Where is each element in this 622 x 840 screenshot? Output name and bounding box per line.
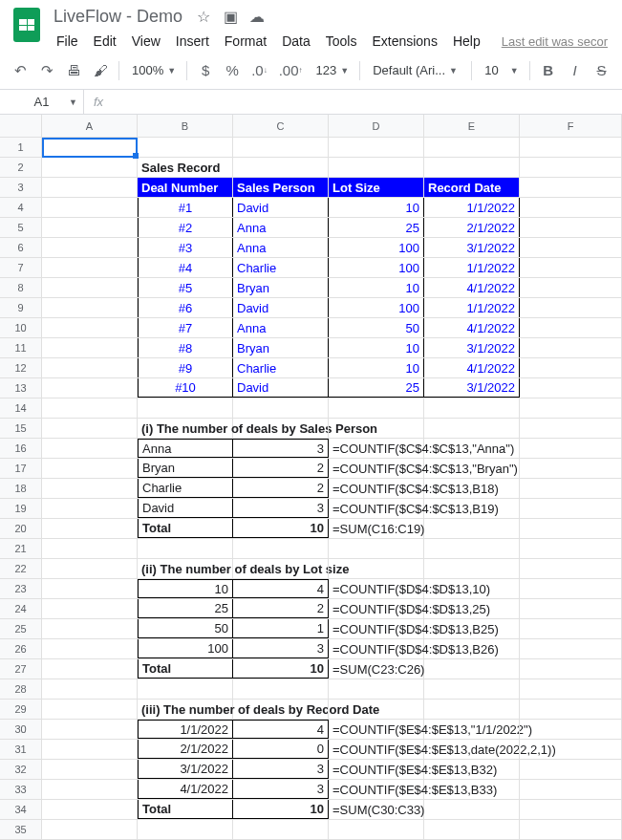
col-header-A[interactable]: A [42, 115, 138, 137]
cell-C27[interactable]: 10 [233, 659, 329, 678]
row-header-3[interactable]: 3 [0, 178, 42, 197]
cell-B21[interactable] [138, 539, 233, 558]
cell-E6[interactable]: 3/1/2022 [424, 238, 520, 257]
col-header-D[interactable]: D [329, 115, 424, 137]
cell-F2[interactable] [520, 158, 622, 177]
currency-button[interactable]: $ [195, 57, 216, 84]
cell-C31[interactable]: 0 [233, 740, 329, 759]
cell-F5[interactable] [520, 218, 622, 237]
cell-E5[interactable]: 2/1/2022 [424, 218, 520, 237]
row-header-8[interactable]: 8 [0, 278, 42, 297]
cell-F28[interactable] [520, 679, 622, 699]
format-123-button[interactable]: 123▼ [311, 57, 353, 84]
cell-E32[interactable] [424, 760, 520, 779]
cell-C26[interactable]: 3 [233, 639, 329, 658]
row-header-26[interactable]: 26 [0, 639, 42, 658]
cell-C12[interactable]: Charlie [233, 358, 329, 377]
cell-B16[interactable]: Anna [138, 439, 233, 458]
cell-F26[interactable] [520, 639, 622, 658]
cell-C20[interactable]: 10 [233, 519, 329, 538]
row-header-6[interactable]: 6 [0, 238, 42, 257]
row-header-25[interactable]: 25 [0, 619, 42, 638]
cell-E25[interactable] [424, 619, 520, 638]
cell-D1[interactable] [329, 138, 424, 157]
cell-A14[interactable] [42, 398, 138, 418]
cell-C16[interactable]: 3 [233, 439, 329, 458]
cell-E16[interactable] [424, 439, 520, 458]
cell-B19[interactable]: David [138, 499, 233, 518]
cell-F25[interactable] [520, 619, 622, 638]
col-header-C[interactable]: C [233, 115, 329, 137]
row-header-34[interactable]: 34 [0, 800, 42, 819]
row-header-11[interactable]: 11 [0, 338, 42, 357]
row-header-30[interactable]: 30 [0, 720, 42, 739]
cell-F16[interactable] [520, 439, 622, 458]
row-header-28[interactable]: 28 [0, 679, 42, 699]
cell-C4[interactable]: David [233, 198, 329, 217]
font-size-select[interactable]: 10▼ [480, 57, 521, 84]
zoom-select[interactable]: 100%▼ [127, 57, 179, 84]
cell-E30[interactable] [424, 720, 520, 739]
cell-B1[interactable] [138, 138, 233, 157]
row-header-5[interactable]: 5 [0, 218, 42, 237]
menu-format[interactable]: Format [218, 31, 273, 52]
cell-E1[interactable] [424, 138, 520, 157]
cell-F27[interactable] [520, 659, 622, 678]
row-header-12[interactable]: 12 [0, 358, 42, 377]
increase-decimal-button[interactable]: .00↑ [276, 57, 306, 84]
cell-B35[interactable] [138, 820, 233, 839]
cell-B10[interactable]: #7 [138, 318, 233, 337]
cell-C9[interactable]: David [233, 298, 329, 317]
cell-C5[interactable]: Anna [233, 218, 329, 237]
cell-D4[interactable]: 10 [329, 198, 424, 217]
cell-A3[interactable] [42, 178, 138, 197]
cell-D13[interactable]: 25 [329, 378, 424, 398]
cell-F33[interactable] [520, 780, 622, 799]
cell-C30[interactable]: 4 [233, 720, 329, 739]
doc-title[interactable]: LiveFlow - Demo [50, 6, 186, 28]
menu-view[interactable]: View [125, 31, 167, 52]
cell-A15[interactable] [42, 419, 138, 438]
cell-B32[interactable]: 3/1/2022 [138, 760, 233, 779]
row-header-17[interactable]: 17 [0, 459, 42, 478]
row-header-9[interactable]: 9 [0, 298, 42, 317]
cell-A17[interactable] [42, 459, 138, 478]
cell-A20[interactable] [42, 519, 138, 538]
cell-A4[interactable] [42, 198, 138, 217]
cell-D25[interactable]: =COUNTIF($D$4:$D$13,B25) [329, 619, 424, 638]
cell-D21[interactable] [329, 539, 424, 558]
cell-B22[interactable]: (ii) The number of deals by Lot size [138, 559, 233, 578]
cell-F6[interactable] [520, 238, 622, 257]
row-header-13[interactable]: 13 [0, 378, 42, 398]
cell-B29[interactable]: (iii) The number of deals by Record Date [138, 700, 233, 719]
cell-F31[interactable] [520, 740, 622, 759]
cell-D14[interactable] [329, 398, 424, 418]
cell-B11[interactable]: #8 [138, 338, 233, 357]
cell-C8[interactable]: Bryan [233, 278, 329, 297]
cell-E26[interactable] [424, 639, 520, 658]
cell-D23[interactable]: =COUNTIF($D$4:$D$13,10) [329, 579, 424, 598]
cell-C24[interactable]: 2 [233, 599, 329, 618]
cell-A7[interactable] [42, 258, 138, 277]
cell-B12[interactable]: #9 [138, 358, 233, 377]
percent-button[interactable]: % [222, 57, 243, 84]
cell-B30[interactable]: 1/1/2022 [138, 720, 233, 739]
redo-button[interactable]: ↷ [36, 57, 57, 84]
sheets-logo[interactable] [8, 6, 46, 44]
row-header-27[interactable]: 27 [0, 659, 42, 678]
cell-A27[interactable] [42, 659, 138, 678]
col-header-B[interactable]: B [138, 115, 233, 137]
cell-A8[interactable] [42, 278, 138, 297]
cell-A28[interactable] [42, 679, 138, 699]
row-header-23[interactable]: 23 [0, 579, 42, 598]
col-header-E[interactable]: E [424, 115, 520, 137]
star-icon[interactable]: ☆ [194, 8, 213, 26]
menu-edit[interactable]: Edit [87, 31, 123, 52]
cell-D18[interactable]: =COUNTIF($C$4:$C$13,B18) [329, 479, 424, 498]
cell-B17[interactable]: Bryan [138, 459, 233, 478]
cell-F29[interactable] [520, 700, 622, 719]
cell-B3[interactable]: Deal Number [138, 178, 233, 197]
cell-B4[interactable]: #1 [138, 198, 233, 217]
cell-C33[interactable]: 3 [233, 780, 329, 799]
cell-E31[interactable] [424, 740, 520, 759]
